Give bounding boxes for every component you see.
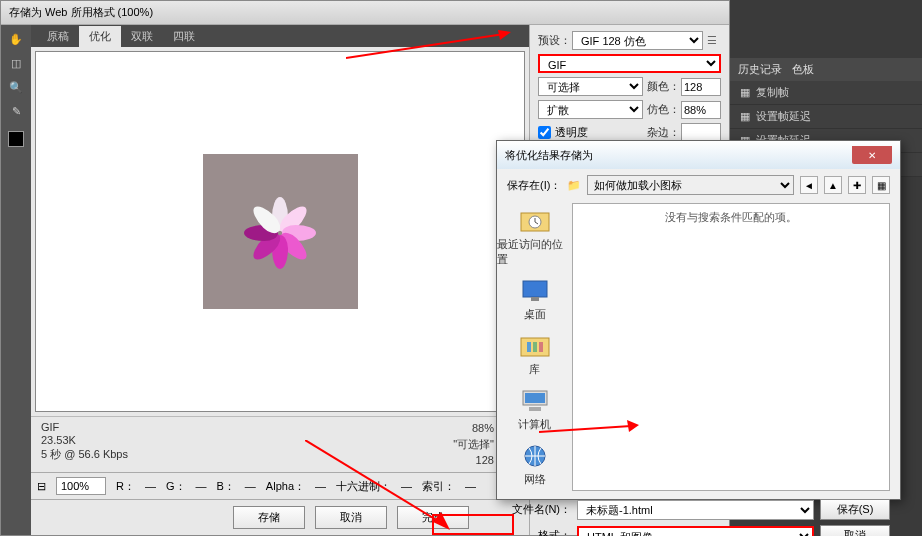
eyedropper-tool-icon[interactable]: ✎ [6,101,26,121]
save-as-dialog: 将优化结果存储为 ✕ 保存在(I)： 📁 如何做加载小图标 ◄ ▲ ✚ ▦ 最近… [496,140,901,500]
swatches-tab[interactable]: 色板 [792,62,814,77]
tab-2up[interactable]: 双联 [121,26,163,47]
done-button[interactable]: 完成 [397,506,469,529]
zoom-input[interactable] [56,477,106,495]
gear-icon[interactable]: ☰ [707,34,721,48]
format-label: 格式： [507,528,571,536]
artwork [203,154,358,309]
dialog-cancel-button[interactable]: 取消 [820,525,890,536]
history-item[interactable]: ▦ 设置帧延迟 [730,105,922,129]
svg-rect-10 [529,407,541,411]
format-select[interactable]: GIF [538,54,721,73]
place-desktop[interactable]: 桌面 [519,277,551,322]
preview-tabs: 原稿 优化 双联 四联 [31,25,529,47]
tool-column: ✋ ◫ 🔍 ✎ [1,25,31,535]
filename-label: 文件名(N)： [507,502,571,517]
format-select-dialog[interactable]: HTML 和图像 [577,526,814,537]
dither-input[interactable] [681,101,721,119]
filename-input[interactable]: 未标题-1.html [577,500,814,520]
svg-rect-6 [533,342,537,352]
dialog-save-button[interactable]: 保存(S) [820,499,890,520]
window-title: 存储为 Web 所用格式 (100%) [1,1,729,25]
color-swatch[interactable] [8,131,24,147]
close-icon[interactable]: ✕ [852,146,892,164]
svg-rect-7 [539,342,543,352]
preset-label: 预设： [538,33,568,48]
preset-select[interactable]: GIF 128 仿色 [572,31,703,50]
up-icon[interactable]: ▲ [824,176,842,194]
reduction-select[interactable]: 可选择 [538,77,643,96]
svg-rect-9 [525,393,545,403]
svg-rect-5 [527,342,531,352]
save-button[interactable]: 存储 [233,506,305,529]
slice-tool-icon[interactable]: ◫ [6,53,26,73]
matte-input[interactable] [681,123,721,141]
place-computer[interactable]: 计算机 [518,387,551,432]
cancel-button[interactable]: 取消 [315,506,387,529]
tab-4up[interactable]: 四联 [163,26,205,47]
place-network[interactable]: 网络 [519,442,551,487]
svg-rect-3 [531,297,539,301]
history-item[interactable]: ▦ 复制帧 [730,81,922,105]
place-libraries[interactable]: 库 [519,332,551,377]
colors-input[interactable] [681,78,721,96]
savein-select[interactable]: 如何做加载小图标 [587,175,794,195]
folder-icon: 📁 [567,179,581,192]
svg-rect-2 [523,281,547,297]
newfolder-icon[interactable]: ✚ [848,176,866,194]
file-list[interactable]: 没有与搜索条件匹配的项。 [572,203,890,491]
zoom-tool-icon[interactable]: 🔍 [6,77,26,97]
savein-label: 保存在(I)： [507,178,561,193]
transparency-checkbox[interactable] [538,126,551,139]
tab-optimized[interactable]: 优化 [79,26,121,47]
history-tab[interactable]: 历史记录 [738,62,782,77]
back-icon[interactable]: ◄ [800,176,818,194]
tab-original[interactable]: 原稿 [37,26,79,47]
place-recent[interactable]: 最近访问的位置 [497,207,572,267]
hand-tool-icon[interactable]: ✋ [6,29,26,49]
preview-canvas [35,51,525,412]
diffusion-select[interactable]: 扩散 [538,100,643,119]
status-bar: ⊟ R：— G：— B：— Alpha：— 十六进制：— 索引：— [31,472,529,499]
places-bar: 最近访问的位置 桌面 库 计算机 网络 [497,201,572,493]
dialog-title: 将优化结果存储为 [505,148,593,163]
views-icon[interactable]: ▦ [872,176,890,194]
info-left: GIF 23.53K 5 秒 @ 56.6 Kbps [41,421,128,468]
